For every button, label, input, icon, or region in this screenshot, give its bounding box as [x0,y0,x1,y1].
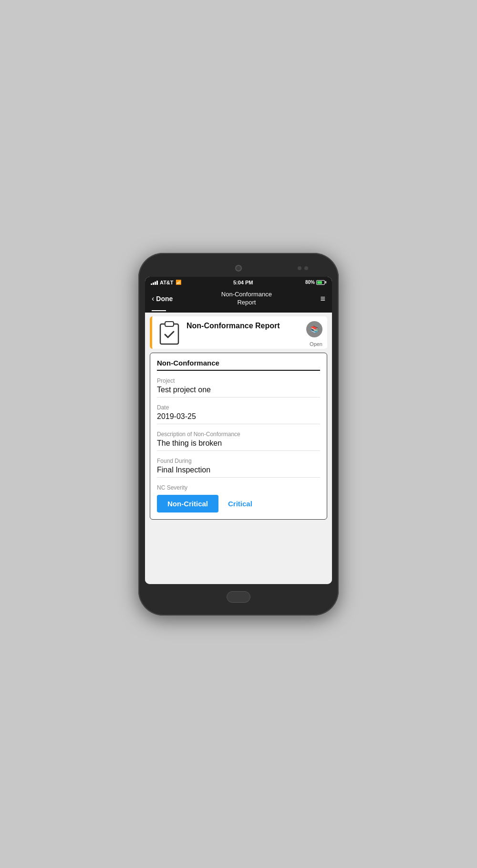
field-description-label: Description of Non-Conformance [157,431,320,438]
field-project: Project Test project one [157,377,320,397]
clipboard-icon [158,321,180,346]
carrier-label: AT&T [160,280,174,285]
book-icon: 📚 [311,325,319,333]
phone-bottom [227,587,250,607]
svg-rect-0 [160,324,178,344]
back-label: Done [156,295,173,303]
field-description-value[interactable]: The thing is broken [157,439,320,451]
signal-bars [151,280,158,285]
field-project-value[interactable]: Test project one [157,386,320,397]
menu-button[interactable]: ≡ [320,294,325,303]
form-section-title: Non-Conformance [157,359,320,371]
phone-camera [235,265,242,272]
nav-bar: ‹ Done Non-Conformance Report ≡ [145,288,332,310]
battery-tip [325,281,326,283]
phone-dot [298,266,301,270]
severity-critical-button[interactable]: Critical [223,495,257,512]
severity-label: NC Severity [157,484,320,491]
header-card: Non-Conformance Report 📚 Open [150,316,327,349]
status-left: AT&T 📶 [151,280,181,285]
wifi-icon: 📶 [176,280,181,285]
status-badge: Open [310,341,322,347]
severity-non-critical-button[interactable]: Non-Critical [157,495,218,512]
phone-top-bar [145,261,332,275]
battery-pct-label: 80% [305,280,315,285]
field-date: Date 2019-03-25 [157,404,320,424]
nav-underline-bar [152,310,166,311]
battery-icon [316,280,326,285]
nav-title-line2: Report [237,299,256,306]
svg-rect-1 [165,322,174,326]
header-title: Non-Conformance Report [187,321,306,331]
phone-device: AT&T 📶 5:04 PM 80% ‹ Done Non-C [138,253,339,616]
phone-dots [298,266,308,270]
nav-title-line1: Non-Conformance [221,291,272,298]
field-project-label: Project [157,377,320,384]
field-found-during: Found During Final Inspection [157,458,320,478]
back-button[interactable]: ‹ Done [152,294,173,303]
field-found-during-value[interactable]: Final Inspection [157,466,320,478]
signal-bar-4 [156,281,158,285]
field-found-during-label: Found During [157,458,320,464]
field-date-value[interactable]: 2019-03-25 [157,412,320,424]
severity-group: NC Severity Non-Critical Critical [157,484,320,512]
field-description: Description of Non-Conformance The thing… [157,431,320,451]
field-date-label: Date [157,404,320,411]
signal-bar-2 [153,282,154,285]
signal-bar-1 [151,283,152,285]
back-chevron-icon: ‹ [152,294,154,303]
signal-bar-3 [155,282,156,285]
content-area: Non-Conformance Report 📚 Open Non-Confor… [145,313,332,584]
severity-buttons: Non-Critical Critical [157,495,320,512]
status-time: 5:04 PM [233,280,253,285]
phone-screen: AT&T 📶 5:04 PM 80% ‹ Done Non-C [145,277,332,584]
home-button[interactable] [227,591,250,603]
form-card: Non-Conformance Project Test project one… [150,353,327,520]
status-right: 80% [305,280,326,285]
battery-fill [317,281,322,284]
battery-body [316,280,325,285]
nav-title: Non-Conformance Report [221,291,272,307]
report-icon-box [157,321,182,346]
status-bar: AT&T 📶 5:04 PM 80% [145,277,332,288]
book-button[interactable]: 📚 [306,321,322,337]
phone-dot [304,266,308,270]
